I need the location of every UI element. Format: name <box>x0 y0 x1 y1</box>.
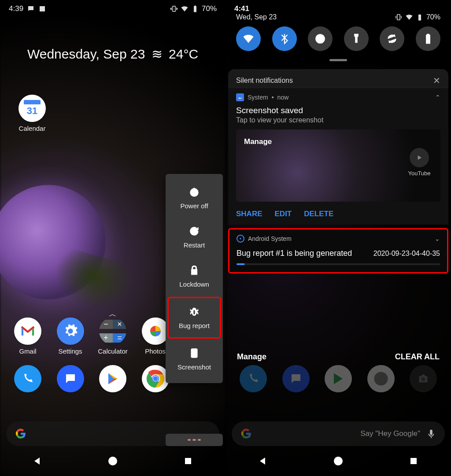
edit-button[interactable]: EDIT <box>275 210 292 218</box>
calculator-icon: −× += <box>99 317 126 345</box>
mic-icon[interactable] <box>426 429 436 439</box>
nav-back-icon[interactable] <box>32 456 43 466</box>
google-logo-icon <box>15 428 26 439</box>
power-menu-drag-handle[interactable] <box>166 434 223 446</box>
restart-icon <box>189 225 200 237</box>
calendar-day: 31 <box>27 105 37 117</box>
silent-notifications-header: Silent notifications ✕ <box>228 69 448 88</box>
qs-autorotate[interactable] <box>380 26 404 51</box>
share-button[interactable]: SHARE <box>236 210 262 218</box>
qs-battery-saver[interactable] <box>416 26 440 51</box>
date-weather-widget[interactable]: Wednesday, Sep 23 ≋ 24°C <box>0 46 226 62</box>
image-icon <box>38 5 46 13</box>
shade-bottom-actions: Manage CLEAR ALL <box>226 352 451 362</box>
app-calculator[interactable]: −× += Calculator <box>93 317 133 355</box>
message-icon <box>27 5 35 13</box>
chrome-icon <box>367 365 395 392</box>
calculator-label: Calculator <box>98 347 128 355</box>
silent-label: Silent notifications <box>236 77 293 85</box>
camera-icon <box>410 365 437 392</box>
power-off-button[interactable]: Power off <box>166 178 223 218</box>
status-battery: 70% <box>202 4 217 13</box>
youtube-icon <box>410 148 429 167</box>
phone-icon <box>14 365 41 392</box>
app-settings[interactable]: Settings <box>51 317 90 355</box>
messages-icon <box>282 365 310 392</box>
app-calendar[interactable]: 31 Calendar <box>12 95 52 132</box>
qs-bluetooth[interactable] <box>272 26 297 51</box>
quick-settings-row <box>236 26 440 51</box>
chrome-icon <box>142 365 169 392</box>
temp-text: 24°C <box>169 47 198 61</box>
app-gmail[interactable]: Gmail <box>8 317 48 355</box>
app-drawer-handle[interactable]: ︿ <box>109 309 117 319</box>
qs-dnd[interactable] <box>308 26 333 51</box>
bug-report-label: Bug report <box>179 322 210 329</box>
battery-icon <box>416 13 424 21</box>
notification-screenshot[interactable]: System • now ⌃ Screenshot saved Tap to v… <box>228 88 448 225</box>
app-phone[interactable] <box>8 365 48 392</box>
calendar-label: Calendar <box>12 125 52 132</box>
power-menu: Power off Restart Lockdown Bug report Sc… <box>166 174 223 383</box>
youtube-label: YouTube <box>408 170 430 177</box>
status-time: 4:39 <box>9 4 23 13</box>
notif-title: Screenshot saved <box>236 106 440 115</box>
delete-button[interactable]: DELETE <box>304 210 333 218</box>
shade-drag-handle[interactable] <box>329 59 347 61</box>
restart-label: Restart <box>184 241 205 249</box>
vibrate-icon <box>395 13 403 21</box>
calendar-icon: 31 <box>18 95 46 122</box>
svg-rect-15 <box>410 458 417 464</box>
notif-time: now <box>277 94 289 101</box>
bug-progress <box>237 263 440 265</box>
notification-shade[interactable]: Wed, Sep 23 70% Silent notifications <box>226 0 451 273</box>
notif-subtitle: Tap to view your screenshot <box>236 116 440 124</box>
lockdown-button[interactable]: Lockdown <box>166 257 223 296</box>
navigation-bar <box>226 450 451 472</box>
nav-recent-icon[interactable] <box>408 456 419 466</box>
power-icon <box>189 186 200 198</box>
svg-point-9 <box>374 372 388 385</box>
nav-home-icon[interactable] <box>107 456 118 466</box>
clear-all-button[interactable]: CLEAR ALL <box>395 352 440 362</box>
screenshot-preview[interactable]: Manage YouTube <box>236 129 440 202</box>
app-messages[interactable] <box>51 365 90 392</box>
bug-report-button[interactable]: Bug report <box>167 297 221 339</box>
photos-icon <box>142 317 169 345</box>
chevron-down-icon[interactable]: ⌄ <box>435 235 440 242</box>
chevron-up-icon[interactable]: ⌃ <box>435 94 440 101</box>
status-bar: 4:41 <box>234 4 442 13</box>
search-placeholder: Say "Hey Google" <box>360 429 420 438</box>
lock-icon <box>189 265 200 276</box>
screenshot-icon <box>189 347 200 359</box>
qs-flashlight[interactable] <box>344 26 369 51</box>
settings-label: Settings <box>58 347 82 355</box>
preview-manage-label: Manage <box>244 137 272 146</box>
screenshot-label: Screenshot <box>177 363 211 371</box>
status-left: 4:39 <box>9 4 46 13</box>
screenshot-button[interactable]: Screenshot <box>166 339 223 379</box>
qs-wifi[interactable] <box>236 26 261 51</box>
photos-label: Photos <box>145 347 166 355</box>
close-icon[interactable]: ✕ <box>433 75 440 86</box>
bug-icon <box>189 306 200 317</box>
playstore-icon <box>99 365 126 392</box>
google-search-bar[interactable]: Say "Hey Google" <box>232 421 445 446</box>
svg-point-12 <box>240 238 241 239</box>
svg-point-10 <box>421 377 425 381</box>
app-playstore[interactable] <box>93 365 133 392</box>
phone-icon <box>240 365 267 392</box>
nav-back-icon[interactable] <box>258 456 268 466</box>
preview-youtube: YouTube <box>406 148 433 177</box>
svg-point-14 <box>336 459 340 463</box>
android-system-icon <box>237 235 244 243</box>
notification-bug-report[interactable]: Android System ⌄ Bug report #1 is being … <box>228 228 448 273</box>
nav-home-icon[interactable] <box>333 456 344 466</box>
date-text: Wednesday, Sep 23 <box>27 47 145 61</box>
bug-title: Bug report #1 is being generated <box>237 249 352 258</box>
restart-button[interactable]: Restart <box>166 218 223 257</box>
nav-recent-icon[interactable] <box>183 456 193 466</box>
shade-battery: 70% <box>426 13 440 21</box>
manage-button[interactable]: Manage <box>237 352 266 362</box>
svg-rect-8 <box>185 458 191 464</box>
